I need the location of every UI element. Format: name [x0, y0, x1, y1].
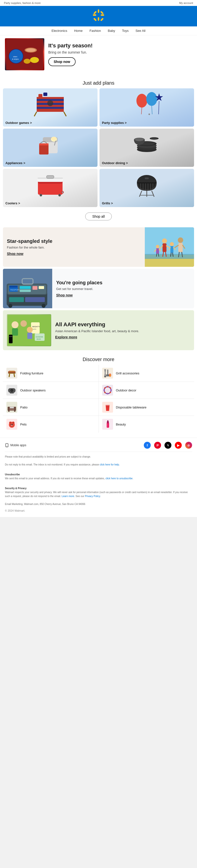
svg-point-15	[30, 57, 39, 63]
footer-unsubscribe-link[interactable]: click here to unsubscribe	[106, 477, 132, 480]
discover-item-folding-furniture[interactable]: Folding furniture	[3, 365, 98, 381]
svg-rect-66	[145, 178, 149, 179]
pinterest-icon[interactable]: P	[154, 442, 161, 449]
product-card-coolers[interactable]: Coolers >	[3, 169, 97, 207]
product-card-outdoor-games[interactable]: Outdoor games >	[3, 88, 97, 127]
svg-rect-4	[93, 11, 97, 14]
svg-rect-5	[100, 11, 104, 14]
svg-text:MIGHTY: MIGHTY	[32, 326, 40, 328]
nav-toys[interactable]: Toys	[122, 29, 128, 33]
svg-rect-139	[106, 376, 109, 376]
svg-point-172	[10, 422, 11, 424]
fashion-shop-now-link[interactable]: Shop now	[7, 252, 141, 256]
footer-unsubscribe-label: Unsubscribe	[5, 473, 192, 476]
product-card-grills[interactable]: Grills >	[100, 169, 194, 207]
svg-line-30	[152, 106, 152, 114]
fashion-subtext: Fashion for the whole fam.	[7, 246, 141, 249]
discover-item-outdoor-speakers[interactable]: Outdoor speakers	[3, 382, 98, 399]
svg-rect-138	[106, 375, 109, 375]
nav-home[interactable]: Home	[74, 29, 83, 33]
outdoor-speakers-label: Outdoor speakers	[20, 389, 46, 392]
footer-privacy-policy-link[interactable]: Privacy Policy	[85, 495, 100, 498]
patio-label: Patio	[20, 405, 28, 409]
svg-point-153	[110, 390, 112, 391]
svg-point-158	[104, 387, 106, 389]
discover-grid: Folding furniture	[3, 365, 194, 433]
footer-unsubscribe-text: We sent this email to your email address…	[5, 476, 192, 480]
travel-promo-image: PASSPORT	[3, 269, 52, 308]
outdoor-dining-label-area: Outdoor dining >	[100, 158, 194, 167]
svg-point-27	[136, 94, 147, 107]
aapi-explore-link[interactable]: Explore more	[55, 335, 77, 339]
instagram-icon[interactable]: ◎	[185, 442, 192, 449]
product-card-outdoor-dining[interactable]: Outdoor dining >	[100, 129, 194, 167]
footer-privacy-text: Walmart respects your security and priva…	[5, 490, 192, 498]
svg-rect-118	[12, 328, 18, 336]
svg-text:BEANS: BEANS	[37, 338, 41, 340]
footer-mobile-apps[interactable]: Mobile apps	[5, 443, 26, 447]
svg-point-75	[162, 239, 167, 243]
svg-rect-0	[98, 9, 99, 13]
travel-shop-now-link[interactable]: Shop now	[56, 293, 190, 297]
footer-help-link[interactable]: click here for help	[100, 463, 119, 466]
shop-all-button[interactable]: Shop all	[85, 213, 112, 220]
nav-fashion[interactable]: Fashion	[90, 29, 101, 33]
disposable-tableware-label: Disposable tableware	[116, 405, 147, 409]
discover-item-outdoor-decor[interactable]: Outdoor decor	[99, 382, 194, 399]
discover-item-grill-accessories[interactable]: Grill accessories	[99, 365, 194, 381]
nav-electronics[interactable]: Electronics	[51, 29, 67, 33]
header	[0, 6, 197, 26]
walmart-logo[interactable]	[92, 9, 105, 24]
svg-rect-37	[39, 144, 48, 145]
svg-point-14	[26, 49, 36, 52]
party-supplies-icon	[100, 88, 194, 118]
svg-rect-26	[43, 93, 47, 96]
svg-rect-161	[8, 407, 10, 411]
svg-rect-107	[20, 289, 31, 292]
twitter-icon[interactable]: 𝕏	[164, 442, 171, 449]
svg-rect-7	[100, 18, 104, 21]
beauty-icon	[102, 419, 113, 430]
nav-baby[interactable]: Baby	[108, 29, 115, 33]
svg-rect-74	[145, 254, 194, 259]
svg-text:& stripes: & stripes	[12, 58, 19, 60]
coolers-label: Coolers >	[5, 202, 20, 205]
appliances-label-area: Appliances >	[3, 158, 97, 167]
outdoor-games-label: Outdoor games >	[5, 121, 32, 125]
svg-point-16	[24, 59, 31, 64]
svg-point-29	[146, 92, 157, 106]
svg-point-81	[170, 242, 174, 246]
product-card-party-supplies[interactable]: Party supplies >	[100, 88, 194, 127]
svg-point-174	[10, 424, 11, 425]
nav-see-all[interactable]: See All	[135, 29, 145, 33]
footer-learn-more-link[interactable]: Learn more	[62, 495, 74, 498]
svg-rect-82	[170, 246, 173, 253]
svg-point-49	[151, 137, 158, 140]
svg-rect-1	[98, 17, 99, 21]
fashion-promo-image	[145, 227, 194, 267]
svg-point-156	[104, 392, 106, 393]
svg-point-39	[51, 137, 56, 141]
shop-all-container: Shop all	[0, 210, 197, 225]
coolers-label-area: Coolers >	[3, 198, 97, 207]
appliances-icon	[3, 129, 97, 158]
footer: Mobile apps f P 𝕏 ▶ ◎ Please note that p…	[0, 438, 197, 517]
youtube-icon[interactable]: ▶	[175, 442, 182, 449]
hero-shop-now-button[interactable]: Shop now	[48, 57, 76, 66]
discover-item-beauty[interactable]: Beauty	[99, 416, 194, 433]
svg-point-119	[21, 320, 27, 327]
svg-rect-164	[14, 411, 15, 412]
footer-address: Email Marketing, Walmart.com, 850 Cherry…	[5, 502, 192, 506]
svg-point-114	[8, 304, 12, 308]
discover-item-patio[interactable]: Patio	[3, 399, 98, 415]
discover-item-pets[interactable]: Pets	[3, 416, 98, 433]
facebook-icon[interactable]: f	[144, 442, 151, 449]
grills-label: Grills >	[102, 202, 113, 205]
hero-subtext: Bring on the summer fun.	[48, 50, 192, 54]
product-card-appliances[interactable]: Appliances >	[3, 129, 97, 167]
svg-point-93	[156, 245, 159, 248]
svg-rect-166	[106, 405, 110, 405]
discover-item-disposable-tableware[interactable]: Disposable tableware	[99, 399, 194, 415]
travel-headline: You're going places	[56, 280, 190, 285]
top-bar-right[interactable]: My account	[179, 1, 193, 4]
